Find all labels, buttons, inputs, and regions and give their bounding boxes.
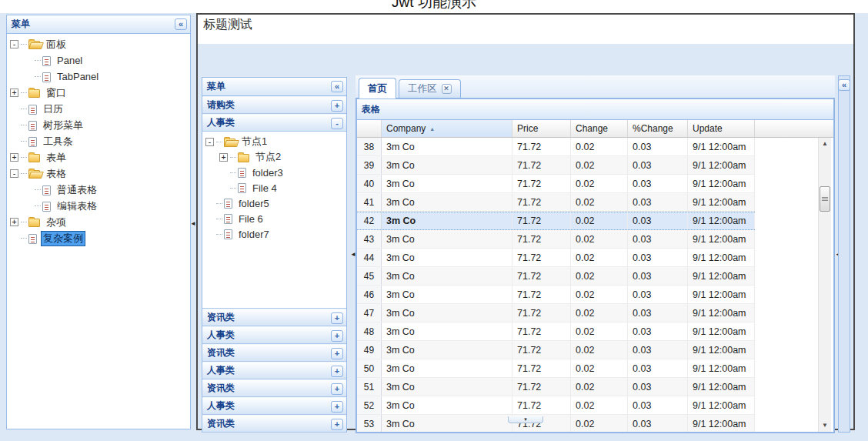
tree-item[interactable]: 日历 <box>8 101 190 117</box>
table-row[interactable]: 49 3m Co 71.72 0.02 0.03 9/1 12:00am <box>357 341 755 359</box>
table-row[interactable]: 53 3m Co 71.72 0.02 0.03 9/1 12:00am <box>357 415 755 432</box>
accordion-section-header[interactable]: 资讯类 + <box>202 344 346 362</box>
west-splitter-collapse-icon[interactable]: ◄ <box>190 221 196 227</box>
row-number-cell: 44 <box>357 249 382 266</box>
expand-section-icon[interactable]: + <box>331 419 343 430</box>
price-cell: 71.72 <box>512 267 571 285</box>
folder-icon <box>28 154 40 162</box>
tree-item[interactable]: - 表格 <box>8 165 190 182</box>
expand-section-icon[interactable]: + <box>331 383 343 395</box>
column-header-Change[interactable]: Change <box>571 120 628 137</box>
row-number-cell: 46 <box>357 286 382 303</box>
accordion-section-header[interactable]: 人事类 - <box>202 114 346 132</box>
tree-guide <box>216 219 222 219</box>
accordion-section-header[interactable]: 请购类 + <box>202 96 346 114</box>
pct-change-cell: 0.03 <box>628 175 688 192</box>
company-cell: 3m Co <box>382 212 512 229</box>
change-cell: 0.02 <box>571 396 628 414</box>
tree-item[interactable]: - 面板 <box>8 36 190 52</box>
expand-section-icon[interactable]: - <box>331 118 343 129</box>
table-row[interactable]: 42 3m Co 71.72 0.02 0.03 9/1 12:00am <box>357 212 755 230</box>
folder-icon <box>238 154 249 162</box>
table-row[interactable]: 48 3m Co 71.72 0.02 0.03 9/1 12:00am <box>357 322 755 341</box>
expand-section-icon[interactable]: + <box>331 401 343 413</box>
tree-item[interactable]: 树形菜单 <box>8 117 190 133</box>
tree-item[interactable]: TabPanel <box>8 68 190 85</box>
tree-item[interactable]: 复杂案例 <box>8 230 190 246</box>
company-cell: 3m Co <box>382 378 512 396</box>
table-row[interactable]: 44 3m Co 71.72 0.02 0.03 9/1 12:00am <box>357 249 755 267</box>
grid-vertical-scrollbar[interactable]: ▲ ▼ <box>818 138 831 432</box>
table-row[interactable]: 51 3m Co 71.72 0.02 0.03 9/1 12:00am <box>357 378 755 396</box>
tree-item[interactable]: File 6 <box>204 211 346 226</box>
tree-expander-icon[interactable]: + <box>219 153 228 162</box>
accordion-section-header[interactable]: 人事类 + <box>202 362 346 379</box>
pct-change-cell: 0.03 <box>628 249 688 266</box>
tree-expander-icon[interactable]: - <box>10 40 18 48</box>
table-row[interactable]: 47 3m Co 71.72 0.02 0.03 9/1 12:00am <box>357 304 755 322</box>
tree-item[interactable]: + 节点2 <box>204 149 346 165</box>
column-header-%Change[interactable]: %Change <box>628 120 688 137</box>
row-number-cell: 48 <box>357 322 382 340</box>
table-row[interactable]: 40 3m Co 71.72 0.02 0.03 9/1 12:00am <box>357 175 755 193</box>
company-cell: 3m Co <box>382 396 512 414</box>
column-header-Company[interactable]: Company▲ <box>382 120 512 137</box>
tree-item[interactable]: - 节点1 <box>204 134 346 149</box>
table-row[interactable]: 43 3m Co 71.72 0.02 0.03 9/1 12:00am <box>357 230 755 249</box>
table-row[interactable]: 41 3m Co 71.72 0.02 0.03 9/1 12:00am <box>357 193 755 212</box>
accordion-section-header[interactable]: 资讯类 + <box>202 379 346 397</box>
accordion-section-header[interactable]: 资讯类 + <box>202 309 346 326</box>
expand-section-icon[interactable]: + <box>331 348 343 359</box>
table-row[interactable]: 45 3m Co 71.72 0.02 0.03 9/1 12:00am <box>357 267 755 286</box>
column-header-Update[interactable]: Update <box>688 120 755 137</box>
tree-item[interactable]: + 杂项 <box>8 214 190 230</box>
scroll-down-icon[interactable]: ▼ <box>819 419 831 432</box>
tree-expander-icon[interactable]: - <box>10 169 18 178</box>
tab[interactable]: 首页 <box>359 78 396 99</box>
tab[interactable]: 工作区 ✕ <box>399 79 461 98</box>
tree-expander-icon[interactable]: + <box>10 218 18 226</box>
tree-item[interactable]: 工具条 <box>8 133 190 149</box>
tree-item-label: 树形菜单 <box>41 118 85 133</box>
accordion-section-header[interactable]: 资讯类 + <box>202 415 346 433</box>
expand-section-icon[interactable]: + <box>331 330 343 342</box>
tree-item[interactable]: folder3 <box>204 165 346 180</box>
column-header-rownum[interactable] <box>357 120 382 137</box>
collapse-left-icon[interactable]: « <box>331 81 343 92</box>
tree-item[interactable]: + 窗口 <box>8 85 190 101</box>
table-row[interactable]: 39 3m Co 71.72 0.02 0.03 9/1 12:00am <box>357 156 755 175</box>
company-cell: 3m Co <box>382 156 512 174</box>
collapse-left-icon[interactable]: « <box>175 18 187 30</box>
tree-item[interactable]: 普通表格 <box>8 182 190 198</box>
tree-item-label: 表单 <box>44 150 68 165</box>
tree-item[interactable]: + 表单 <box>8 149 190 165</box>
tree-expander-icon[interactable]: + <box>10 153 18 162</box>
tree-item[interactable]: folder5 <box>204 195 346 211</box>
table-row[interactable]: 46 3m Co 71.72 0.02 0.03 9/1 12:00am <box>357 286 755 304</box>
table-row[interactable]: 52 3m Co 71.72 0.02 0.03 9/1 12:00am <box>357 396 755 415</box>
tree-guide <box>230 172 236 173</box>
expand-section-icon[interactable]: + <box>331 312 343 324</box>
tree-expander-icon[interactable]: - <box>205 138 214 146</box>
table-row[interactable]: 38 3m Co 71.72 0.02 0.03 9/1 12:00am <box>357 138 755 156</box>
scrollbar-thumb[interactable] <box>820 186 830 212</box>
column-header-label: Change <box>576 123 608 134</box>
expand-section-icon[interactable]: + <box>331 366 343 377</box>
tree-item[interactable]: folder7 <box>204 226 346 242</box>
leaf-icon <box>238 168 246 178</box>
south-collapse-handle[interactable]: ▼ <box>508 416 543 423</box>
close-tab-icon[interactable]: ✕ <box>442 84 452 94</box>
tree-item[interactable]: Panel <box>8 52 190 68</box>
accordion-section-header[interactable]: 人事类 + <box>202 326 346 344</box>
leaf-icon <box>28 234 37 244</box>
accordion-section-header[interactable]: 人事类 + <box>202 397 346 415</box>
expand-east-panel-icon[interactable]: « <box>838 79 850 91</box>
tree-item[interactable]: 编辑表格 <box>8 198 190 214</box>
column-header-Price[interactable]: Price <box>512 120 571 137</box>
tree-expander-icon[interactable]: + <box>10 89 18 97</box>
scroll-up-icon[interactable]: ▲ <box>819 138 831 150</box>
tree-item[interactable]: File 4 <box>204 180 346 195</box>
expand-section-icon[interactable]: + <box>331 100 343 112</box>
row-number-cell: 50 <box>357 359 382 377</box>
table-row[interactable]: 50 3m Co 71.72 0.02 0.03 9/1 12:00am <box>357 359 755 378</box>
